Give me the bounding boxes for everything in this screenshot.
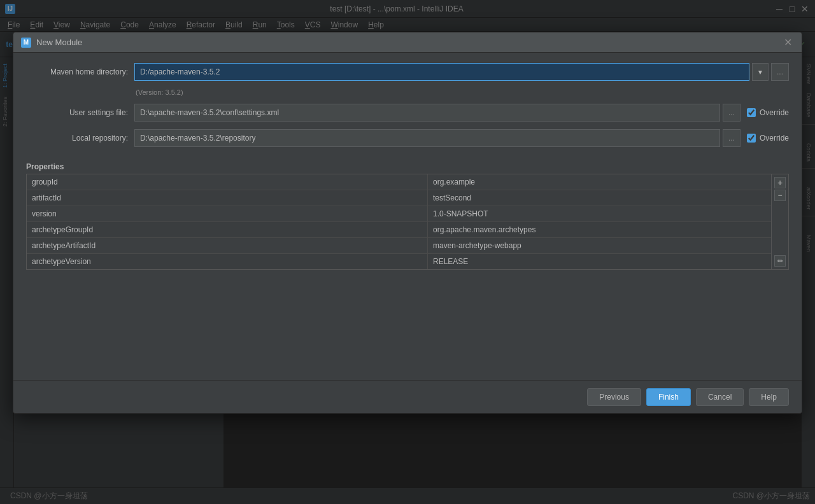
user-settings-override-label: Override	[760, 108, 789, 117]
maven-home-dropdown[interactable]: ▼	[752, 63, 769, 81]
version-info: (Version: 3.5.2)	[136, 88, 789, 96]
local-repo-override-label: Override	[760, 134, 789, 143]
user-settings-browse[interactable]: ...	[723, 104, 741, 122]
dialog-spacer	[26, 277, 789, 370]
finish-button[interactable]: Finish	[646, 388, 691, 406]
maven-home-browse[interactable]: ...	[771, 63, 789, 81]
help-button[interactable]: Help	[749, 388, 789, 406]
dialog-titlebar: M New Module ✕	[13, 32, 802, 53]
maven-home-row: Maven home directory: ▼ ...	[26, 63, 789, 81]
prop-key-archetypegroupid: archetypeGroupId	[27, 222, 428, 237]
prop-val-archetypeversion: RELEASE	[428, 254, 771, 269]
prop-row-archetypeartifactid: archetypeArtifactId maven-archetype-weba…	[27, 238, 771, 254]
prop-row-groupid: groupId org.example	[27, 174, 771, 190]
properties-header: Properties	[26, 160, 789, 174]
local-repo-label: Local repository:	[26, 134, 128, 143]
dialog-close-button[interactable]: ✕	[781, 36, 794, 49]
previous-button[interactable]: Previous	[587, 388, 641, 406]
user-settings-input-wrapper: ...	[134, 104, 741, 122]
prop-val-groupid: org.example	[428, 174, 771, 190]
prop-row-artifactid: artifactId testSecond	[27, 190, 771, 206]
prop-val-archetypegroupid: org.apache.maven.archetypes	[428, 222, 771, 237]
user-settings-override-checkbox[interactable]	[747, 108, 756, 117]
maven-home-label: Maven home directory:	[26, 67, 128, 76]
dialog-footer: Previous Finish Cancel Help	[13, 380, 802, 413]
prop-row-archetypegroupid: archetypeGroupId org.apache.maven.archet…	[27, 222, 771, 238]
dialog-title: New Module	[36, 38, 781, 47]
local-repo-override-checkbox[interactable]	[747, 134, 756, 143]
prop-val-archetypeartifactid: maven-archetype-webapp	[428, 238, 771, 253]
maven-home-input-wrapper: ▼ ...	[134, 63, 789, 81]
dialog-body: Maven home directory: ▼ ... (Version: 3.…	[13, 53, 802, 380]
prop-val-version: 1.0-SNAPSHOT	[428, 206, 771, 221]
local-repo-row: Local repository: ... Override	[26, 129, 789, 147]
prop-add-button[interactable]: +	[774, 177, 786, 188]
local-repo-input-wrapper: ...	[134, 129, 741, 147]
local-repo-browse[interactable]: ...	[723, 129, 741, 147]
new-module-dialog: M New Module ✕ Maven home directory: ▼ .…	[13, 32, 802, 414]
prop-key-groupid: groupId	[27, 174, 428, 190]
prop-key-archetypeartifactid: archetypeArtifactId	[27, 238, 428, 253]
prop-key-version: version	[27, 206, 428, 221]
maven-home-input[interactable]	[134, 63, 749, 81]
cancel-button[interactable]: Cancel	[696, 388, 744, 406]
dialog-overlay: M New Module ✕ Maven home directory: ▼ .…	[0, 0, 815, 504]
prop-remove-button[interactable]: −	[774, 190, 786, 201]
prop-key-archetypeversion: archetypeVersion	[27, 254, 428, 269]
user-settings-label: User settings file:	[26, 108, 128, 117]
properties-section: Properties groupId org.example artifactI…	[26, 160, 789, 270]
user-settings-row: User settings file: ... Override	[26, 104, 789, 122]
prop-val-artifactid: testSecond	[428, 190, 771, 206]
prop-edit-button[interactable]: ✏	[774, 255, 786, 267]
user-settings-input[interactable]	[134, 104, 720, 122]
local-repo-input[interactable]	[134, 129, 720, 147]
prop-row-version: version 1.0-SNAPSHOT	[27, 206, 771, 222]
prop-row-archetypeversion: archetypeVersion RELEASE	[27, 254, 771, 269]
user-settings-override-group: Override	[747, 108, 789, 117]
prop-key-artifactid: artifactId	[27, 190, 428, 206]
properties-table: groupId org.example artifactId testSecon…	[26, 174, 772, 270]
dialog-icon: M	[21, 38, 31, 48]
local-repo-override-group: Override	[747, 134, 789, 143]
